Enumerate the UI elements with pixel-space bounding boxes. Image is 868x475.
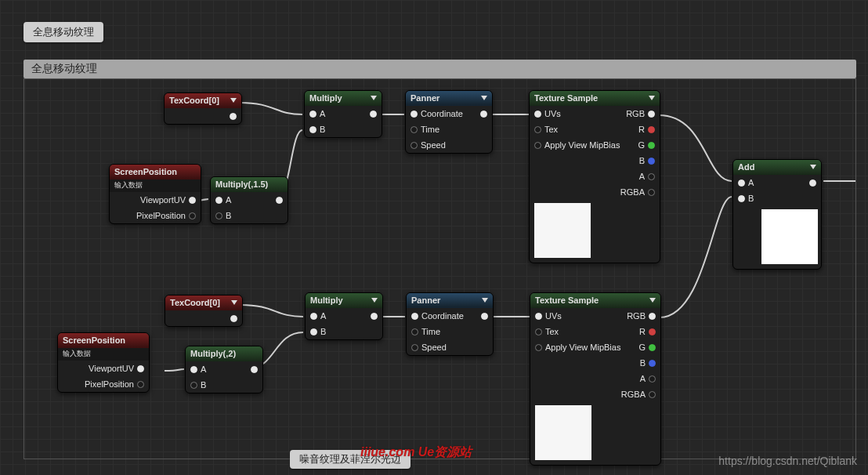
chevron-down-icon[interactable] [230, 98, 237, 103]
input-pin[interactable] [535, 328, 542, 335]
output-pin[interactable] [649, 360, 656, 367]
output-pin[interactable] [649, 344, 656, 351]
node-header[interactable]: Multiply(,2) [186, 346, 262, 361]
node-header[interactable]: Texture Sample [530, 91, 660, 106]
input-pin[interactable] [410, 126, 418, 133]
output-pin[interactable] [649, 328, 656, 335]
chevron-down-icon[interactable] [371, 96, 377, 100]
input-pin[interactable] [310, 328, 317, 335]
chevron-down-icon[interactable] [649, 96, 655, 100]
output-pin[interactable] [649, 375, 656, 383]
chevron-down-icon[interactable] [810, 165, 816, 169]
pin-label: Time [421, 125, 439, 134]
output-pin[interactable] [648, 158, 655, 165]
input-pin[interactable] [535, 313, 542, 320]
output-pin[interactable] [230, 315, 237, 322]
node-header[interactable]: Add [733, 160, 821, 175]
comment-box[interactable]: TexCoord[0] ScreenPosition 输入数据 Viewport… [24, 78, 856, 459]
input-pin[interactable] [534, 126, 541, 133]
texture-preview[interactable] [534, 203, 591, 258]
node-header[interactable]: Multiply [305, 91, 382, 106]
comment-tab-top[interactable]: 全息移动纹理 [24, 22, 103, 42]
output-pin[interactable] [649, 391, 656, 398]
node-header[interactable]: Multiply [306, 293, 382, 308]
chevron-down-icon[interactable] [649, 298, 656, 303]
output-pin[interactable] [809, 179, 816, 187]
node-header[interactable]: ScreenPosition [110, 165, 201, 179]
node-texturesample-2[interactable]: Texture Sample UVsRGB TexR Apply View Mi… [530, 292, 661, 466]
output-pin[interactable] [370, 111, 377, 118]
output-pin[interactable] [481, 313, 488, 320]
output-pin[interactable] [648, 189, 655, 196]
chevron-down-icon[interactable] [231, 300, 237, 305]
chevron-down-icon[interactable] [371, 298, 378, 303]
input-pin[interactable] [738, 195, 745, 202]
output-pin[interactable] [649, 313, 656, 320]
pin-label: UVs [545, 311, 562, 321]
input-pin[interactable] [309, 111, 316, 118]
pin-label: RGBA [621, 390, 646, 399]
node-subtitle: 输入数据 [58, 348, 149, 361]
pin-label: RGBA [620, 187, 645, 197]
node-add[interactable]: Add A B [732, 159, 822, 270]
output-pin[interactable] [189, 212, 196, 219]
input-pin[interactable] [215, 212, 222, 219]
input-pin[interactable] [310, 313, 317, 320]
node-multiply-1p5[interactable]: Multiply(,1.5) A B [210, 176, 288, 224]
input-pin[interactable] [215, 197, 222, 204]
node-screenposition-2[interactable]: ScreenPosition 输入数据 ViewportUV PixelPosi… [57, 332, 150, 393]
node-header[interactable]: Texture Sample [530, 293, 660, 308]
output-pin[interactable] [648, 173, 655, 180]
pin-label: Coordinate [421, 311, 464, 321]
output-pin[interactable] [648, 111, 655, 118]
node-header[interactable]: TexCoord[0] [165, 296, 242, 310]
node-header[interactable]: TexCoord[0] [165, 93, 241, 108]
node-texcoord-2[interactable]: TexCoord[0] [165, 295, 243, 327]
node-texturesample-1[interactable]: Texture Sample UVsRGB TexR Apply View Mi… [529, 90, 660, 263]
output-pin[interactable] [648, 142, 655, 149]
input-pin[interactable] [411, 313, 418, 320]
input-pin[interactable] [534, 142, 541, 149]
chevron-down-icon[interactable] [481, 96, 487, 100]
pin-label: PixelPosition [136, 211, 186, 220]
node-panner-2[interactable]: Panner Coordinate Time Speed [406, 292, 494, 356]
pin-label: RGB [627, 311, 646, 321]
output-pin[interactable] [189, 197, 196, 204]
node-multiply-1[interactable]: Multiply A B [304, 90, 382, 138]
output-pin[interactable] [371, 313, 378, 320]
output-pin[interactable] [648, 126, 655, 133]
comment-title[interactable]: 全息移动纹理 [24, 60, 856, 78]
input-pin[interactable] [410, 142, 418, 149]
node-header[interactable]: Panner [406, 91, 492, 106]
input-pin[interactable] [535, 344, 542, 351]
pin-label: A [320, 311, 326, 321]
chevron-down-icon[interactable] [482, 298, 488, 303]
input-pin[interactable] [411, 328, 418, 335]
node-panner-1[interactable]: Panner Coordinate Time Speed [405, 90, 493, 154]
input-pin[interactable] [411, 344, 418, 351]
input-pin[interactable] [190, 366, 197, 373]
output-pin[interactable] [230, 113, 237, 120]
node-title: Multiply(,2) [190, 349, 236, 358]
texture-preview[interactable] [535, 405, 591, 460]
node-texcoord-1[interactable]: TexCoord[0] [164, 92, 242, 125]
node-header[interactable]: Multiply(,1.5) [211, 177, 288, 192]
output-pin[interactable] [480, 111, 487, 118]
node-header[interactable]: ScreenPosition [58, 333, 149, 348]
input-pin[interactable] [190, 382, 197, 389]
pin-label: Tex [545, 327, 559, 336]
node-header[interactable]: Panner [407, 293, 493, 308]
output-pin[interactable] [137, 381, 144, 388]
input-pin[interactable] [309, 126, 316, 133]
watermark-brand: iiiue.com Ue资源站 [360, 444, 472, 461]
input-pin[interactable] [410, 111, 418, 118]
input-pin[interactable] [534, 111, 541, 118]
input-pin[interactable] [738, 179, 745, 187]
node-multiply-2x[interactable]: Multiply(,2) A B [185, 346, 263, 393]
pin-label: B [640, 358, 646, 368]
node-multiply-2[interactable]: Multiply A B [305, 292, 383, 340]
output-pin[interactable] [137, 365, 144, 372]
output-pin[interactable] [251, 366, 258, 373]
output-pin[interactable] [276, 197, 283, 204]
node-screenposition-1[interactable]: ScreenPosition 输入数据 ViewportUV PixelPosi… [109, 164, 201, 224]
